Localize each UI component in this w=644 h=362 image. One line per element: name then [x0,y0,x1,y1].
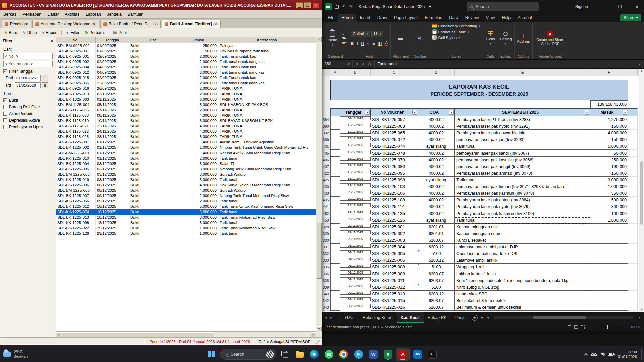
menu-jendela[interactable]: Jendela [104,11,125,18]
row-number[interactable]: 333 [322,257,330,264]
sheet-row[interactable]: 43320/12/2025SDL-KK1225-1064000.02Pembay… [322,190,639,197]
copy-icon[interactable] [342,37,345,41]
tipe-option[interactable]: ✔Bukti [3,98,53,103]
table-row[interactable]: SDL-KK-1225-01903/12/2025Bukti3.000.000T… [56,177,316,182]
cell[interactable]: Beli soket rel & lem epotek [455,297,590,304]
page-break-view-icon[interactable] [581,325,585,329]
filter-header[interactable]: Masuk▼ [590,108,628,116]
column-header[interactable]: Tipe [129,37,177,43]
row-number[interactable]: 453 [322,217,330,224]
sheet-row[interactable]: 33101/12/2025SDL-KK1225-0046203.12Lalamo… [322,244,639,250]
sheet-row[interactable]: 33902/12/2025SDL-KK1225-0125100Nitro 15t… [322,284,639,291]
column-header[interactable]: Keterangan [218,37,316,43]
excel-search-box[interactable]: Search [467,2,539,11]
ribbon-tab-home[interactable]: Home [338,14,356,22]
zoom-out-icon[interactable]: − [588,325,590,329]
menu-berkas[interactable]: Berkas [0,11,19,18]
cell[interactable]: Tarik tunai [455,143,590,150]
cell[interactable]: Pembayaran laser pak kasmun (Inv 3078) [455,190,590,197]
weather-widget[interactable]: 29°C Berawan [3,350,28,359]
telegram-icon[interactable] [352,348,365,361]
active-cell[interactable]: Tarik tunai [455,217,590,224]
tab-close-icon[interactable]: × [153,22,158,26]
cell[interactable]: pembayaran laser pak kasmun (Inv 3068) [455,157,590,163]
filter-header[interactable]: Tanggal▼ [340,108,371,116]
edge-icon[interactable] [308,348,321,361]
cell[interactable]: Kopi 1 renceng, indocafe 1 renceng, susu… [455,277,590,284]
sheet-row[interactable]: 43019/12/2025SDL-KK1225-1034000.02pembay… [322,183,639,190]
ribbon-tab-review[interactable]: Review [462,14,482,22]
keterangan-search-input[interactable]: < Keterangan > [3,61,53,67]
styles-button[interactable]: Cell Styles▾ [431,35,461,40]
table-row[interactable]: SDL-BK-1025-00301/11/2025Bukti6.000.000T… [56,97,316,102]
sheet-row[interactable]: 34202/12/2025SDL-KK1225-0156203.07Beli s… [322,297,639,304]
row-number[interactable]: 433 [322,190,330,197]
sheet-prev-icon[interactable]: ◂ [324,315,328,320]
tab-close-icon[interactable]: × [213,22,218,26]
filter-tanggal-checkbox[interactable]: ✔ [3,69,7,73]
sheet-row[interactable]: 44123/12/2025SDL-KK1225-1144000.02Pembay… [322,203,639,210]
checkbox[interactable] [3,118,7,122]
table-row[interactable]: SDL-KK-0925-06522/09/2025Bukti2.000.000T… [56,80,316,86]
dari-date-input[interactable]: 01/09/2025 [15,75,41,81]
sheet-row[interactable]: 40717/12/2025SDL-KK1225-0804000.02pembay… [322,163,639,170]
signin-button[interactable]: Sign in [571,4,593,9]
sheet-tab-penju[interactable]: Penju [451,312,470,323]
sheet-row[interactable]: 40116/12/2025SDL-KK1225-074ayat silangTa… [322,143,639,150]
filter-close-icon[interactable]: × [51,39,53,43]
cell[interactable]: pembayaran laser pak anggit (Inv 3069) [455,163,590,170]
maximize-button[interactable]: ❒ [613,0,627,13]
redo-icon[interactable]: ↷ [348,4,352,9]
select-all-corner[interactable] [322,69,330,76]
tipe-option[interactable]: Barang Roll Over [3,105,53,109]
filter-button[interactable]: ▼Filter [63,29,82,36]
tipe-option[interactable]: Pembayaran Upah [3,125,53,129]
table-row[interactable]: SDL-BM-1225-00101/12/2025Bukti400.000Ref… [56,150,316,156]
sheet-row[interactable]: 32829/11/2025SDL-KK1225-0016201.01Kasbon… [322,224,639,230]
cell[interactable]: Pembayaran laser pak nyoto (Inv 3291) [455,123,590,130]
sheet-row[interactable]: 39913/12/2025SDL-KK1225-0724000.02pembay… [322,136,639,143]
row-number[interactable]: 329 [322,230,330,237]
table-row[interactable]: SDL-BK-1125-02122/11/2025Bukti4.000.000T… [56,123,316,129]
filter-header[interactable]: COA▼ [418,108,455,116]
adobe-pdf-button[interactable]: A Create and Share Adobe PDF [535,31,566,46]
cell[interactable]: Tarik tunai [455,177,590,183]
filter-dropdown-icon[interactable]: ▼ [585,110,589,115]
sheet-more-icon[interactable]: … [334,316,340,320]
row-number[interactable]: 336 [322,270,330,277]
sheet-tab-kas-kecil[interactable]: Kas Kecil [397,312,424,323]
row-number[interactable]: 331 [322,244,330,250]
sheet-row[interactable]: 40616/12/2025SDL-KK1225-0794000.02pembay… [322,157,639,163]
doc-tab[interactable]: Pengingat [2,20,31,28]
delete-button[interactable]: ×Hapus [40,29,59,36]
row-number[interactable]: 335 [322,264,330,270]
row-number[interactable]: 390 [322,123,330,130]
row-number[interactable]: 401 [322,143,330,150]
volume-icon[interactable]: )) [601,352,605,356]
table-row[interactable]: SDL-BK-0925-00404/09/2025Bukti3.000.000T… [56,64,316,70]
column-header-D[interactable]: D [418,69,455,76]
cell[interactable]: pembayaran laser pak firman (Inv 3071 ,3… [455,183,590,190]
cell[interactable]: Pembayaran laser pak anwar bln lalu [455,130,590,136]
hscroll-right-icon[interactable]: ▸ [637,315,642,320]
edit-button[interactable]: ✎Ubah [20,29,39,36]
table-row[interactable]: SDL-KK-1225-05609/12/2025Bukti2.000.000T… [56,198,316,204]
table-row[interactable]: SDL-BK-1225-00503/12/2025Bukti3.000.000N… [56,166,316,172]
table-row[interactable]: SDL-BM-1125-00405/11/2025Bukti3.000.000S… [56,102,316,107]
cell[interactable]: Kasbon mingguan riski [455,224,590,230]
table-row[interactable]: SDL-BK-1225-01318/12/2025Bukti3.000.000T… [56,215,316,220]
cell[interactable]: Pembayaran laser pak kasmun (Inv 3100) [455,210,590,217]
zoom-slider[interactable] [593,327,622,327]
underline-button[interactable]: U [361,41,364,46]
sheet-next-icon[interactable]: ▸ [329,315,334,320]
scroll-thumb[interactable] [640,161,643,225]
sheet-row[interactable]: 42518/12/2025SDL-KK1225-098ayat silangTa… [322,177,639,183]
hscroll-left-icon[interactable]: ◂ [485,315,490,320]
scroll-thumb[interactable] [533,316,586,319]
cell[interactable]: Kasbon mingguan subro [455,230,590,237]
row-number[interactable]: 425 [322,177,330,183]
cell[interactable]: Lalamove ambil akrilik [455,257,590,264]
filter-header[interactable]: SEPTEMBER 2025▼ [455,108,590,116]
scroll-down-icon[interactable]: ▼ [639,308,644,311]
scroll-thumb[interactable] [62,332,213,337]
